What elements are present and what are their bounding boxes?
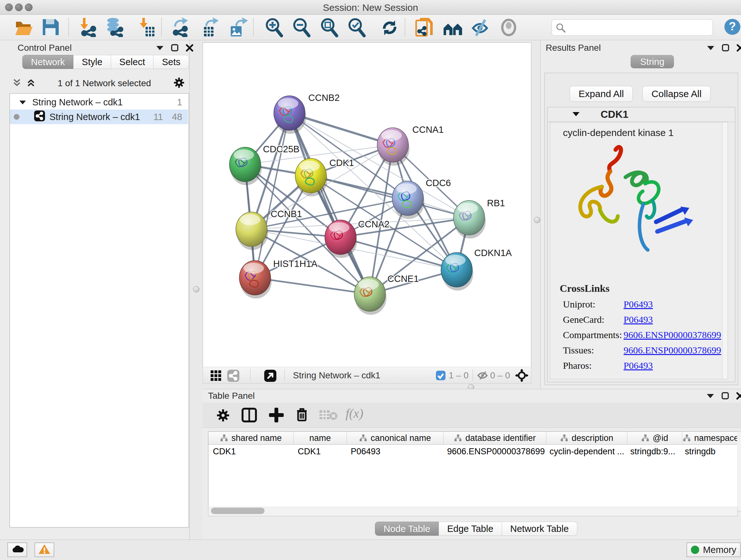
tab-node-table[interactable]: Node Table [375, 522, 439, 536]
import-network-icon[interactable] [77, 17, 96, 37]
column-header-description[interactable]: description [546, 432, 627, 444]
results-float-icon[interactable] [722, 44, 730, 53]
pan-crosshair-icon[interactable] [515, 369, 529, 383]
zoom-in-icon[interactable] [264, 17, 283, 37]
results-vertical-scrollbar[interactable] [722, 122, 728, 379]
open-session-icon[interactable] [14, 17, 33, 37]
table-row[interactable]: CDK1CDK1P064939606.ENSP00000378699cyclin… [208, 445, 738, 458]
node-RB1[interactable] [454, 200, 486, 239]
search-input[interactable] [551, 19, 713, 36]
selected-checkbox-icon[interactable] [436, 371, 446, 381]
new-network-from-selection-icon[interactable] [415, 17, 434, 37]
table-vertical-scrollbar[interactable] [737, 431, 741, 511]
panel-collapse-icon[interactable] [156, 45, 164, 52]
export-table-icon[interactable] [201, 17, 220, 37]
cdk1-section-header[interactable]: CDK1 [548, 107, 735, 122]
expand-all-button[interactable]: Expand All [569, 86, 633, 102]
column-header-namespace[interactable]: namespace [682, 432, 739, 444]
crosslink-link[interactable]: 9606.ENSP00000378699 [623, 345, 721, 356]
function-builder-icon: f(x) [346, 406, 363, 421]
crosslink-label: Tissues: [563, 345, 623, 356]
edge-HIST1H1A-CCNE1[interactable] [255, 278, 370, 294]
crosslink-link[interactable]: P06493 [623, 314, 653, 325]
zoom-selected-icon[interactable] [347, 17, 366, 37]
delete-column-icon[interactable] [294, 407, 309, 424]
cell-3[interactable]: 9606.ENSP00000378699 [443, 445, 545, 458]
results-close-icon[interactable] [737, 44, 741, 53]
column-header--id[interactable]: @id [627, 432, 682, 444]
memory-button[interactable]: Memory [686, 543, 741, 557]
node-CCNB2[interactable] [274, 96, 306, 134]
zoom-fit-icon[interactable] [320, 17, 339, 37]
tab-style[interactable]: Style [73, 55, 111, 69]
node-CDC25B[interactable] [229, 147, 262, 185]
collapse-all-networks-icon[interactable] [12, 78, 22, 89]
hide-selected-icon[interactable] [470, 17, 489, 37]
table-collapse-icon[interactable] [706, 393, 715, 400]
network-collection-row[interactable]: String Network – cdk1 1 [10, 95, 188, 110]
edge-CCNB2-HIST1H1A[interactable] [255, 113, 289, 278]
export-image-icon[interactable] [228, 17, 247, 37]
network-type-icon [227, 370, 239, 383]
open-in-window-icon[interactable] [264, 370, 276, 383]
crosslink-link[interactable]: P06493 [623, 360, 653, 371]
column-header-shared-name[interactable]: shared name [208, 432, 293, 444]
cell-0[interactable]: CDK1 [208, 445, 293, 458]
network-options-gear-icon[interactable] [173, 77, 185, 90]
column-header-database-identifier[interactable]: database identifier [444, 432, 546, 444]
crosslink-link[interactable]: P06493 [623, 299, 653, 310]
import-database-icon[interactable] [104, 17, 123, 37]
show-column-panel-icon[interactable] [242, 408, 257, 424]
cell-1[interactable]: CDK1 [293, 445, 346, 458]
tab-sets[interactable]: Sets [153, 55, 189, 69]
node-CDK1[interactable] [295, 159, 327, 196]
first-neighbors-icon[interactable] [442, 17, 461, 37]
show-all-icon[interactable] [500, 17, 519, 37]
results-collapse-icon[interactable] [706, 45, 715, 52]
expand-all-networks-icon[interactable] [26, 78, 36, 89]
node-CDKN1A[interactable] [441, 253, 473, 291]
panel-float-icon[interactable] [171, 44, 179, 53]
column-header-canonical-name[interactable]: canonical name [347, 432, 444, 444]
node-CCNE1[interactable] [354, 277, 387, 315]
node-label-HIST1H1A: HIST1H1A [273, 259, 318, 269]
network-canvas[interactable]: CCNB2CCNA1CDC25BCDK1CDC6RB1CCNB1CCNA2CDK… [203, 43, 531, 367]
node-CDC6[interactable] [392, 181, 424, 219]
tab-edge-table[interactable]: Edge Table [439, 522, 502, 536]
cell-2[interactable]: P06493 [346, 445, 443, 458]
node-CCNA1[interactable] [377, 128, 409, 166]
tab-select[interactable]: Select [111, 55, 154, 69]
save-session-icon[interactable] [41, 17, 60, 37]
help-icon[interactable]: ? [724, 18, 741, 38]
node-HIST1H1A[interactable] [239, 260, 272, 299]
scrollbar-thumb[interactable] [211, 508, 265, 514]
cell-4[interactable]: cyclin-dependent ... [545, 445, 626, 458]
table-horizontal-scrollbar[interactable] [208, 506, 738, 516]
collection-expand-icon[interactable] [19, 97, 26, 108]
node-CCNB1[interactable] [236, 212, 268, 250]
left-splitter-grip[interactable] [193, 286, 199, 293]
import-table-icon[interactable] [137, 17, 156, 37]
table-close-icon[interactable] [736, 392, 741, 401]
export-network-icon[interactable] [171, 17, 190, 37]
panel-close-icon[interactable] [186, 44, 193, 53]
cdk1-collapse-icon[interactable] [572, 111, 580, 118]
cell-6[interactable]: stringdb [680, 445, 737, 458]
collapse-all-button[interactable]: Collapse All [643, 86, 711, 102]
add-column-icon[interactable] [269, 408, 284, 424]
cloud-status-button[interactable] [7, 543, 27, 557]
network-row-selected[interactable]: String Network – cdk1 11 48 [10, 110, 188, 124]
zoom-out-icon[interactable] [292, 17, 311, 37]
birdseye-grid-icon[interactable] [210, 370, 222, 383]
refresh-layout-icon[interactable] [380, 17, 399, 37]
table-float-icon[interactable] [722, 392, 729, 401]
right-splitter-grip[interactable] [534, 217, 540, 223]
tab-string[interactable]: String [630, 55, 674, 68]
tab-network[interactable]: Network [22, 55, 73, 69]
crosslink-link[interactable]: 9606.ENSP00000378699 [623, 329, 721, 340]
tab-network-table[interactable]: Network Table [502, 522, 577, 536]
warnings-button[interactable] [35, 543, 54, 557]
cell-5[interactable]: stringdb:9... [626, 445, 680, 458]
column-header-name[interactable]: name [293, 432, 347, 444]
table-settings-gear-icon[interactable] [216, 408, 230, 424]
